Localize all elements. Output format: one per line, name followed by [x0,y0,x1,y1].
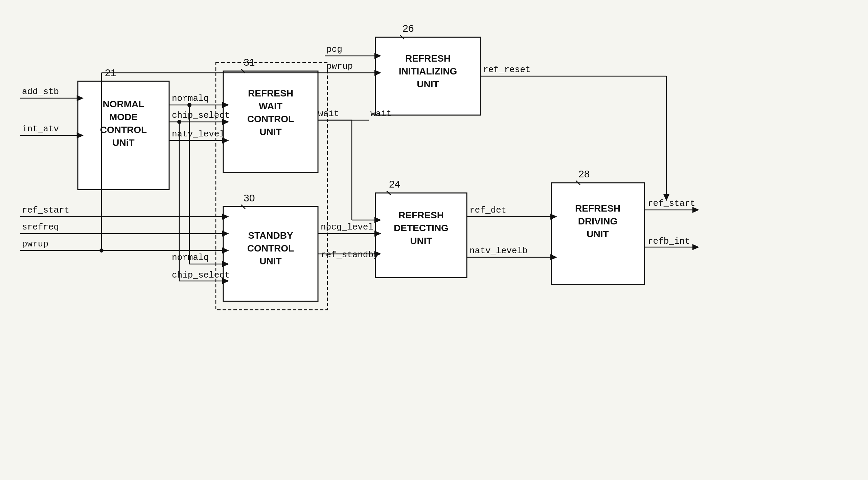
npcg-level-label: npcg_level [321,222,373,232]
normal-mode-label-1: NORMAL [103,99,144,109]
standby-ref: 30 [244,192,255,203]
ref-det-label: ref_det [470,205,506,215]
refresh-detect-label-1: REFRESH [398,210,444,220]
chip-select-label-standby: chip_select [172,270,230,280]
refresh-drive-label-2: DRIVING [578,216,618,226]
natv-level-label-1: natv_level [172,129,225,139]
wait-label: wait [318,109,339,119]
normal-mode-label-4: UNiT [112,137,134,148]
pcg-label: pcg [326,44,342,54]
refresh-detect-label-2: DETECTING [394,223,449,233]
normal-mode-label-3: CONTROL [100,125,147,135]
add-stb-label: add_stb [22,87,59,97]
refb-int-label: refb_int [648,236,690,246]
normal-mode-block [78,81,169,190]
refresh-init-label-1: REFRESH [405,53,451,64]
natv-levelb-label: natv_levelb [470,246,528,256]
int-atv-label: int_atv [22,124,59,134]
refresh-detect-label-3: UNIT [410,236,432,246]
ref-start-label: ref_start [22,205,69,215]
refresh-wait-ref: 31 [244,57,255,68]
normalq-label-1: normalq [172,93,209,104]
standby-block [223,206,318,301]
normal-mode-label-2: MODE [109,112,138,122]
chip-select-junction [177,120,181,124]
refresh-wait-label-1: REFRESH [248,88,293,99]
ref-reset-label: ref_reset [483,65,530,75]
refb-int-arrow [693,245,698,249]
refresh-init-label-2: INITIALIZING [399,66,457,77]
refresh-wait-label-3: CONTROL [247,114,294,124]
standby-label-1: STANDBY [248,230,293,241]
srefreq-label: srefreq [22,222,59,232]
refresh-init-label-3: UNIT [417,79,439,89]
refresh-wait-label-2: WAIT [259,101,282,111]
ref-standby-label: ref_standby [321,250,379,260]
ref-start-out-label: ref_start [648,198,695,209]
standby-label-2: CONTROL [247,243,294,254]
standby-label-3: UNIT [259,256,281,266]
pwrup-label-init: pwrup [326,61,353,71]
refresh-detect-ref: 24 [389,178,400,190]
pwrup-label: pwrup [22,239,48,249]
normalq-label-standby: normalq [172,253,209,263]
refresh-init-ref: 26 [403,23,414,34]
chip-select-label-1: chip_select [172,110,230,121]
wait-label-right: wait [370,109,391,119]
refresh-drive-ref: 28 [578,168,590,179]
block-diagram: NORMAL MODE CONTROL UNiT 21 REFRESH WAIT… [0,0,868,480]
refresh-drive-label-3: UNIT [587,229,609,239]
refresh-detect-block [375,193,467,278]
pwrup-junction [99,248,104,253]
normalq-junction [187,103,191,107]
refresh-drive-label-1: REFRESH [575,203,620,214]
refresh-wait-label-4: UNIT [259,127,281,137]
